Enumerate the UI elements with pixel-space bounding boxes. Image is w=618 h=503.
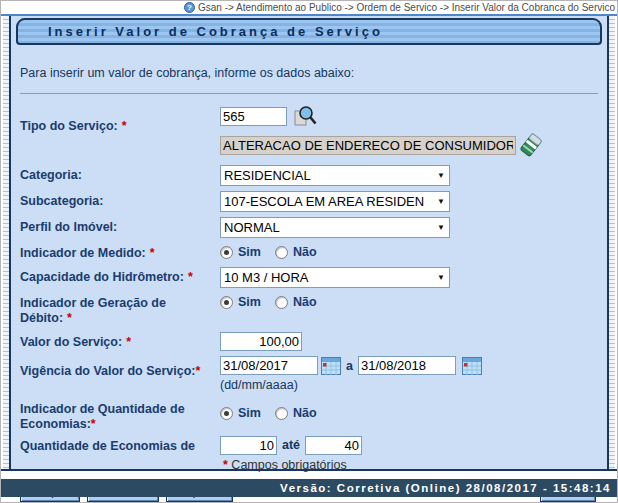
capacidade-hidrometro-label: Capacidade do Hidrômetro:* xyxy=(20,267,220,284)
capacidade-hidrometro-select-value: 10 M3 / HORA xyxy=(224,270,309,285)
indicador-geracao-debito-nao-radio[interactable] xyxy=(275,296,288,309)
tipo-servico-code-group xyxy=(220,104,317,128)
main-frame: Inserir Valor de Cobrança de Serviço Par… xyxy=(1,14,617,471)
row-indicador-qtd-economias: Indicador de Quantidade de Economias:* S… xyxy=(20,399,602,431)
indicador-medido-nao-radio[interactable] xyxy=(275,246,288,259)
indicador-medido-nao-label: Não xyxy=(293,245,317,259)
row-valor-servico: Valor do Serviço:* xyxy=(20,332,602,351)
categoria-label: Categoria: xyxy=(20,165,220,182)
vigencia-label-text: Vigência do Valor do Serviço: xyxy=(20,364,196,378)
right-decorative-edge xyxy=(607,16,617,469)
indicador-qtd-economias-sim-label: Sim xyxy=(238,406,261,420)
date-range-separator: a xyxy=(346,359,353,373)
perfil-imovel-select-value: NORMAL xyxy=(224,220,280,235)
perfil-imovel-label: Perfil do Imóvel: xyxy=(20,217,220,234)
row-qtd-economias: Quantidade de Economias de até xyxy=(20,436,602,455)
chevron-down-icon: ▼ xyxy=(437,171,445,180)
vigencia-label: Vigência do Valor do Serviço:* xyxy=(20,356,220,378)
perfil-imovel-select[interactable]: NORMAL ▼ xyxy=(220,217,450,238)
valor-servico-label-text: Valor do Serviço: xyxy=(20,335,122,349)
tipo-servico-label-text: Tipo do Serviço: xyxy=(20,119,118,133)
indicador-qtd-economias-nao-radio[interactable] xyxy=(275,407,288,420)
indicador-geracao-debito-sim-label: Sim xyxy=(238,295,261,309)
indicador-qtd-economias-label-text: Indicador de Quantidade de Economias: xyxy=(20,402,185,430)
qtd-economias-de-input[interactable] xyxy=(220,436,277,455)
row-perfil-imovel: Perfil do Imóvel: NORMAL ▼ xyxy=(20,217,602,238)
required-asterisk: * xyxy=(126,335,131,349)
page-title: Inserir Valor de Cobrança de Serviço xyxy=(48,24,383,39)
row-indicador-medido: Indicador de Medido:* Sim Não xyxy=(20,243,602,260)
calendar-icon[interactable] xyxy=(321,357,341,375)
tipo-servico-description-field xyxy=(220,136,516,155)
left-decorative-edge xyxy=(1,16,11,469)
row-indicador-geracao-debito: Indicador de Geração de Débito:* Sim Não xyxy=(20,293,602,325)
indicador-medido-sim-radio[interactable] xyxy=(220,246,233,259)
eraser-icon[interactable] xyxy=(519,132,543,158)
divider xyxy=(20,93,598,94)
subcategoria-select-value: 107-ESCOLA EM AREA RESIDEN xyxy=(224,194,424,209)
help-icon[interactable]: ? xyxy=(184,2,195,13)
indicador-qtd-economias-nao-label: Não xyxy=(293,406,317,420)
subcategoria-label: Subcategoria: xyxy=(20,191,220,208)
required-asterisk: * xyxy=(67,311,72,325)
qtd-economias-ate-label: até xyxy=(282,438,300,452)
tipo-servico-name-group xyxy=(220,132,543,158)
row-subcategoria: Subcategoria: 107-ESCOLA EM AREA RESIDEN… xyxy=(20,191,602,212)
tipo-servico-code-input[interactable] xyxy=(220,107,287,126)
version-text: Versão: Corretiva (Online) 28/08/2017 - … xyxy=(280,482,611,494)
categoria-select[interactable]: RESIDENCIAL ▼ xyxy=(220,165,450,186)
capacidade-hidrometro-label-text: Capacidade do Hidrômetro: xyxy=(20,270,184,284)
calendar-icon[interactable] xyxy=(462,357,482,375)
qtd-economias-ate-input[interactable] xyxy=(305,436,362,455)
required-fields-note: * Campos obrigatórios xyxy=(223,458,602,472)
indicador-medido-label: Indicador de Medido:* xyxy=(20,243,220,260)
row-capacidade-hidrometro: Capacidade do Hidrômetro:* 10 M3 / HORA … xyxy=(20,267,602,288)
chevron-down-icon: ▼ xyxy=(437,197,445,206)
vigencia-fim-input[interactable] xyxy=(358,356,456,375)
capacidade-hidrometro-select[interactable]: 10 M3 / HORA ▼ xyxy=(220,267,450,288)
date-format-hint: (dd/mm/aaaa) xyxy=(220,378,298,392)
page-title-bar: Inserir Valor de Cobrança de Serviço xyxy=(16,18,602,45)
vigencia-inicio-input[interactable] xyxy=(220,356,318,375)
required-asterisk: * xyxy=(91,417,96,431)
form-panel: Inserir Valor de Cobrança de Serviço Par… xyxy=(11,16,607,469)
indicador-medido-sim-label: Sim xyxy=(238,245,261,259)
breadcrumb: Gsan -> Atendimento ao Publico -> Ordem … xyxy=(198,2,615,13)
chevron-down-icon: ▼ xyxy=(437,273,445,282)
required-asterisk: * xyxy=(196,364,201,378)
row-categoria: Categoria: RESIDENCIAL ▼ xyxy=(20,165,602,186)
intro-text: Para inserir um valor de cobrança, infor… xyxy=(20,66,602,80)
search-icon[interactable] xyxy=(293,104,317,128)
categoria-select-value: RESIDENCIAL xyxy=(224,168,311,183)
subcategoria-select[interactable]: 107-ESCOLA EM AREA RESIDEN ▼ xyxy=(220,191,450,212)
row-tipo-servico: Tipo do Serviço:* xyxy=(20,104,602,158)
vigencia-date-group: a xyxy=(220,356,482,375)
tipo-servico-label: Tipo do Serviço:* xyxy=(20,104,220,133)
indicador-geracao-debito-label: Indicador de Geração de Débito:* xyxy=(20,293,220,325)
indicador-qtd-economias-sim-radio[interactable] xyxy=(220,407,233,420)
required-asterisk: * xyxy=(188,270,193,284)
chevron-down-icon: ▼ xyxy=(437,223,445,232)
version-bar: Versão: Corretiva (Online) 28/08/2017 - … xyxy=(1,479,617,497)
indicador-qtd-economias-label: Indicador de Quantidade de Economias:* xyxy=(20,399,220,431)
qtd-economias-label: Quantidade de Economias de xyxy=(20,436,220,453)
required-asterisk: * xyxy=(150,246,155,260)
required-fields-note-text: Campos obrigatórios xyxy=(231,458,346,472)
indicador-geracao-debito-label-text: Indicador de Geração de Débito: xyxy=(20,296,166,324)
indicador-geracao-debito-nao-label: Não xyxy=(293,295,317,309)
valor-servico-label: Valor do Serviço:* xyxy=(20,332,220,349)
valor-servico-input[interactable] xyxy=(220,332,302,351)
indicador-geracao-debito-sim-radio[interactable] xyxy=(220,296,233,309)
required-asterisk: * xyxy=(122,119,127,133)
breadcrumb-bar: ? Gsan -> Atendimento ao Publico -> Orde… xyxy=(1,1,617,14)
required-asterisk: * xyxy=(223,458,228,472)
gsan-window: ? Gsan -> Atendimento ao Publico -> Orde… xyxy=(0,0,618,503)
row-vigencia: Vigência do Valor do Serviço:* xyxy=(20,356,602,392)
indicador-medido-label-text: Indicador de Medido: xyxy=(20,246,146,260)
